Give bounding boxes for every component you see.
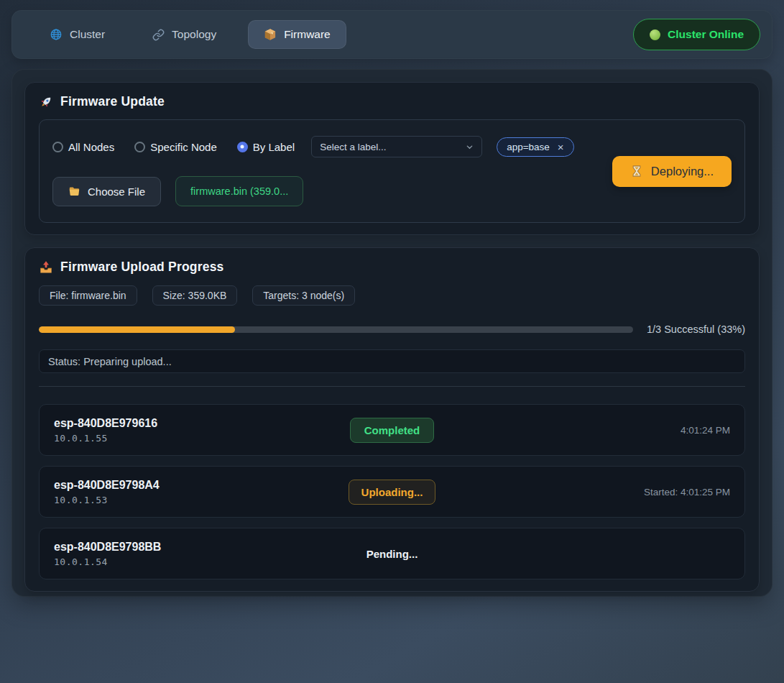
folder-icon <box>68 185 80 198</box>
upload-progress-title: Firmware Upload Progress <box>39 260 745 275</box>
firmware-update-title: Firmware Update <box>39 94 745 109</box>
node-time: 4:01:24 PM <box>681 425 730 436</box>
node-name: esp-840D8E9798BB <box>54 541 366 554</box>
node-ip: 10.0.1.55 <box>54 433 350 444</box>
label-select[interactable]: Select a label... <box>311 136 482 157</box>
node-status: Pending... <box>366 548 418 560</box>
nav-tabs: Cluster Topology Firmware <box>34 20 346 49</box>
main-container: Firmware Update All Nodes Specific Node … <box>11 69 773 597</box>
tab-label: Firmware <box>284 28 331 41</box>
divider <box>39 386 745 387</box>
tab-label: Cluster <box>70 28 105 41</box>
radio-specific-node[interactable]: Specific Node <box>134 141 217 153</box>
radio-circle[interactable] <box>52 142 63 152</box>
deploy-button-label: Deploying... <box>651 165 714 178</box>
choose-file-label: Choose File <box>88 185 145 198</box>
progress-label: 1/3 Successful (33%) <box>647 324 745 335</box>
hourglass-icon <box>630 165 643 178</box>
meta-badges: File: firmware.bin Size: 359.0KB Targets… <box>39 285 745 306</box>
node-row: esp-840D8E9798A4 10.0.1.53 Uploading... … <box>39 466 745 518</box>
node-name: esp-840D8E979616 <box>54 417 350 430</box>
chevron-down-icon <box>466 143 474 151</box>
node-status: Uploading... <box>349 480 436 505</box>
file-row: Choose File firmware.bin (359.0... <box>52 176 574 206</box>
node-ip: 10.0.1.53 <box>54 495 349 505</box>
firmware-update-card: Firmware Update All Nodes Specific Node … <box>24 82 760 235</box>
node-status: Completed <box>350 418 435 443</box>
targets-badge: Targets: 3 node(s) <box>252 285 355 306</box>
node-row: esp-840D8E9798BB 10.0.1.54 Pending... <box>39 528 745 579</box>
rocket-icon <box>39 95 53 109</box>
status-text: Status: Preparing upload... <box>48 356 172 367</box>
cluster-online-label: Cluster Online <box>668 28 744 41</box>
tab-label: Topology <box>172 28 216 41</box>
top-navbar: Cluster Topology Firmware <box>11 10 773 59</box>
progress-fill <box>39 326 235 333</box>
radio-by-label[interactable]: By Label <box>237 141 295 153</box>
cluster-online-badge[interactable]: Cluster Online <box>633 19 760 50</box>
deploy-form: All Nodes Specific Node By Label Select … <box>39 119 745 223</box>
label-tag: app=base × <box>497 137 573 157</box>
size-badge: Size: 359.0KB <box>152 285 238 306</box>
card-title-text: Firmware Update <box>60 94 165 109</box>
link-icon <box>152 29 165 41</box>
file-badge: File: firmware.bin <box>39 285 137 306</box>
selected-file-label: firmware.bin (359.0... <box>190 185 288 197</box>
radio-label: By Label <box>253 141 295 153</box>
online-dot-icon <box>650 29 660 40</box>
radio-circle[interactable] <box>237 142 248 152</box>
node-ip: 10.0.1.54 <box>54 556 366 567</box>
progress-bar <box>39 326 633 333</box>
choose-file-button[interactable]: Choose File <box>52 177 161 206</box>
node-time: Started: 4:01:25 PM <box>644 487 730 498</box>
tab-firmware[interactable]: Firmware <box>248 20 346 49</box>
globe-icon <box>50 28 63 41</box>
package-icon <box>264 28 277 41</box>
outbox-tray-icon <box>39 260 53 275</box>
radio-all-nodes[interactable]: All Nodes <box>52 141 114 153</box>
node-name: esp-840D8E9798A4 <box>54 479 349 492</box>
select-placeholder: Select a label... <box>320 142 386 152</box>
deploy-button[interactable]: Deploying... <box>612 156 732 187</box>
label-tag-text: app=base <box>507 142 550 152</box>
target-mode-group: All Nodes Specific Node By Label Select … <box>52 136 574 157</box>
progress-row: 1/3 Successful (33%) <box>39 324 745 335</box>
card-title-text: Firmware Upload Progress <box>60 260 224 275</box>
radio-label: All Nodes <box>68 141 114 153</box>
node-row: esp-840D8E979616 10.0.1.55 Completed 4:0… <box>39 404 745 456</box>
tab-topology[interactable]: Topology <box>137 20 232 49</box>
tab-cluster[interactable]: Cluster <box>34 20 121 49</box>
upload-progress-card: Firmware Upload Progress File: firmware.… <box>24 247 760 592</box>
radio-label: Specific Node <box>150 141 217 153</box>
status-box: Status: Preparing upload... <box>39 349 745 373</box>
radio-circle[interactable] <box>134 142 145 152</box>
node-list: esp-840D8E979616 10.0.1.55 Completed 4:0… <box>39 404 745 579</box>
selected-file-button[interactable]: firmware.bin (359.0... <box>175 176 303 206</box>
tag-close-icon[interactable]: × <box>558 142 564 152</box>
